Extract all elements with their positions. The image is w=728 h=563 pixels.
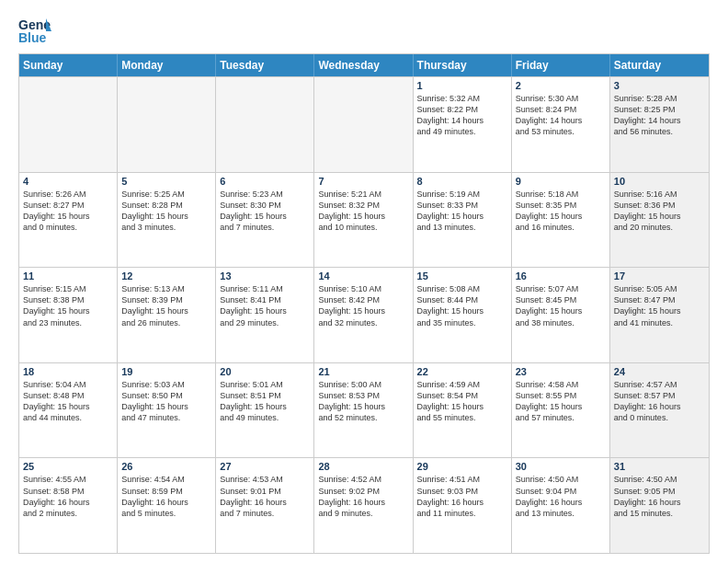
- header-day-monday: Monday: [118, 54, 216, 76]
- cell-info: Sunrise: 4:55 AM Sunset: 8:58 PM Dayligh…: [23, 474, 113, 519]
- cell-info: Sunrise: 4:50 AM Sunset: 9:05 PM Dayligh…: [614, 474, 705, 519]
- day-number: 10: [614, 176, 705, 187]
- day-number: 22: [417, 366, 507, 377]
- day-number: 17: [614, 270, 705, 282]
- cell-info: Sunrise: 4:57 AM Sunset: 8:57 PM Dayligh…: [614, 379, 705, 424]
- day-number: 25: [23, 461, 113, 472]
- day-number: 19: [121, 366, 211, 377]
- day-number: 8: [417, 176, 507, 187]
- day-number: 11: [23, 270, 113, 282]
- cell-info: Sunrise: 5:13 AM Sunset: 8:39 PM Dayligh…: [121, 283, 211, 328]
- day-number: 3: [614, 80, 705, 91]
- cal-cell: 21Sunrise: 5:00 AM Sunset: 8:53 PM Dayli…: [314, 363, 413, 458]
- cell-info: Sunrise: 5:30 AM Sunset: 8:24 PM Dayligh…: [516, 93, 606, 138]
- cell-info: Sunrise: 5:21 AM Sunset: 8:32 PM Dayligh…: [318, 189, 408, 234]
- cal-cell: 1Sunrise: 5:32 AM Sunset: 8:22 PM Daylig…: [414, 77, 512, 172]
- cal-cell: [216, 77, 314, 172]
- week-row-2: 4Sunrise: 5:26 AM Sunset: 8:27 PM Daylig…: [19, 172, 709, 268]
- cell-info: Sunrise: 5:16 AM Sunset: 8:36 PM Dayligh…: [614, 189, 705, 234]
- day-number: 12: [121, 270, 211, 282]
- cal-cell: 17Sunrise: 5:05 AM Sunset: 8:47 PM Dayli…: [610, 268, 709, 362]
- cal-cell: [118, 77, 216, 172]
- cal-cell: 14Sunrise: 5:10 AM Sunset: 8:42 PM Dayli…: [314, 268, 413, 362]
- day-number: 18: [23, 366, 113, 377]
- cell-info: Sunrise: 5:05 AM Sunset: 8:47 PM Dayligh…: [614, 283, 705, 328]
- cal-cell: [314, 77, 413, 172]
- header-day-saturday: Saturday: [610, 54, 709, 76]
- cell-info: Sunrise: 5:18 AM Sunset: 8:35 PM Dayligh…: [516, 189, 606, 234]
- day-number: 27: [220, 461, 310, 472]
- cell-info: Sunrise: 5:10 AM Sunset: 8:42 PM Dayligh…: [318, 283, 408, 328]
- cell-info: Sunrise: 5:19 AM Sunset: 8:33 PM Dayligh…: [417, 189, 507, 234]
- header: General Blue: [18, 15, 710, 48]
- day-number: 7: [318, 176, 408, 187]
- cell-info: Sunrise: 4:58 AM Sunset: 8:55 PM Dayligh…: [516, 379, 606, 424]
- cell-info: Sunrise: 5:26 AM Sunset: 8:27 PM Dayligh…: [23, 189, 113, 234]
- svg-text:Blue: Blue: [18, 30, 47, 45]
- day-number: 4: [23, 176, 113, 187]
- day-number: 30: [516, 461, 606, 472]
- header-day-thursday: Thursday: [414, 54, 512, 76]
- week-row-4: 18Sunrise: 5:04 AM Sunset: 8:48 PM Dayli…: [19, 362, 709, 458]
- cell-info: Sunrise: 4:53 AM Sunset: 9:01 PM Dayligh…: [220, 474, 310, 519]
- page: General Blue SundayMondayTuesdayWednesda…: [0, 0, 728, 563]
- cal-cell: 5Sunrise: 5:25 AM Sunset: 8:28 PM Daylig…: [118, 173, 216, 268]
- day-number: 5: [121, 176, 211, 187]
- cal-cell: 23Sunrise: 4:58 AM Sunset: 8:55 PM Dayli…: [512, 363, 610, 458]
- cal-cell: 7Sunrise: 5:21 AM Sunset: 8:32 PM Daylig…: [314, 173, 413, 268]
- day-number: 16: [516, 270, 606, 282]
- header-day-friday: Friday: [512, 54, 610, 76]
- cell-info: Sunrise: 4:54 AM Sunset: 8:59 PM Dayligh…: [121, 474, 211, 519]
- day-number: 26: [121, 461, 211, 472]
- cal-cell: 13Sunrise: 5:11 AM Sunset: 8:41 PM Dayli…: [216, 268, 314, 362]
- day-number: 31: [614, 461, 705, 472]
- logo: General Blue: [18, 15, 51, 48]
- day-number: 23: [516, 366, 606, 377]
- day-number: 21: [318, 366, 408, 377]
- day-number: 6: [220, 176, 310, 187]
- cell-info: Sunrise: 5:04 AM Sunset: 8:48 PM Dayligh…: [23, 379, 113, 424]
- cal-cell: 3Sunrise: 5:28 AM Sunset: 8:25 PM Daylig…: [610, 77, 709, 172]
- cal-cell: 18Sunrise: 5:04 AM Sunset: 8:48 PM Dayli…: [19, 363, 118, 458]
- cal-cell: 6Sunrise: 5:23 AM Sunset: 8:30 PM Daylig…: [216, 173, 314, 268]
- cell-info: Sunrise: 5:25 AM Sunset: 8:28 PM Dayligh…: [121, 189, 211, 234]
- cell-info: Sunrise: 5:28 AM Sunset: 8:25 PM Dayligh…: [614, 93, 705, 138]
- day-number: 13: [220, 270, 310, 282]
- cell-info: Sunrise: 4:52 AM Sunset: 9:02 PM Dayligh…: [318, 474, 408, 519]
- cal-cell: 30Sunrise: 4:50 AM Sunset: 9:04 PM Dayli…: [512, 458, 610, 553]
- header-day-tuesday: Tuesday: [216, 54, 314, 76]
- cal-cell: 11Sunrise: 5:15 AM Sunset: 8:38 PM Dayli…: [19, 268, 118, 362]
- cell-info: Sunrise: 5:03 AM Sunset: 8:50 PM Dayligh…: [121, 379, 211, 424]
- logo-icon: General Blue: [18, 15, 51, 48]
- cal-cell: 15Sunrise: 5:08 AM Sunset: 8:44 PM Dayli…: [414, 268, 512, 362]
- cal-cell: 22Sunrise: 4:59 AM Sunset: 8:54 PM Dayli…: [414, 363, 512, 458]
- day-number: 14: [318, 270, 408, 282]
- cal-cell: 19Sunrise: 5:03 AM Sunset: 8:50 PM Dayli…: [118, 363, 216, 458]
- header-day-sunday: Sunday: [19, 54, 118, 76]
- cal-cell: 27Sunrise: 4:53 AM Sunset: 9:01 PM Dayli…: [216, 458, 314, 553]
- day-number: 20: [220, 366, 310, 377]
- cal-cell: 31Sunrise: 4:50 AM Sunset: 9:05 PM Dayli…: [610, 458, 709, 553]
- week-row-3: 11Sunrise: 5:15 AM Sunset: 8:38 PM Dayli…: [19, 267, 709, 362]
- cell-info: Sunrise: 5:23 AM Sunset: 8:30 PM Dayligh…: [220, 189, 310, 234]
- day-number: 28: [318, 461, 408, 472]
- header-day-wednesday: Wednesday: [314, 54, 413, 76]
- cal-cell: 20Sunrise: 5:01 AM Sunset: 8:51 PM Dayli…: [216, 363, 314, 458]
- calendar-body: 1Sunrise: 5:32 AM Sunset: 8:22 PM Daylig…: [19, 76, 709, 553]
- cal-cell: 29Sunrise: 4:51 AM Sunset: 9:03 PM Dayli…: [414, 458, 512, 553]
- cal-cell: 25Sunrise: 4:55 AM Sunset: 8:58 PM Dayli…: [19, 458, 118, 553]
- day-number: 15: [417, 270, 507, 282]
- calendar: SundayMondayTuesdayWednesdayThursdayFrid…: [18, 53, 710, 554]
- cal-cell: 26Sunrise: 4:54 AM Sunset: 8:59 PM Dayli…: [118, 458, 216, 553]
- cal-cell: 8Sunrise: 5:19 AM Sunset: 8:33 PM Daylig…: [414, 173, 512, 268]
- cal-cell: [19, 77, 118, 172]
- week-row-5: 25Sunrise: 4:55 AM Sunset: 8:58 PM Dayli…: [19, 457, 709, 553]
- cell-info: Sunrise: 5:01 AM Sunset: 8:51 PM Dayligh…: [220, 379, 310, 424]
- cal-cell: 24Sunrise: 4:57 AM Sunset: 8:57 PM Dayli…: [610, 363, 709, 458]
- day-number: 24: [614, 366, 705, 377]
- cell-info: Sunrise: 5:32 AM Sunset: 8:22 PM Dayligh…: [417, 93, 507, 138]
- cell-info: Sunrise: 5:00 AM Sunset: 8:53 PM Dayligh…: [318, 379, 408, 424]
- cell-info: Sunrise: 5:15 AM Sunset: 8:38 PM Dayligh…: [23, 283, 113, 328]
- day-number: 29: [417, 461, 507, 472]
- cell-info: Sunrise: 5:07 AM Sunset: 8:45 PM Dayligh…: [516, 283, 606, 328]
